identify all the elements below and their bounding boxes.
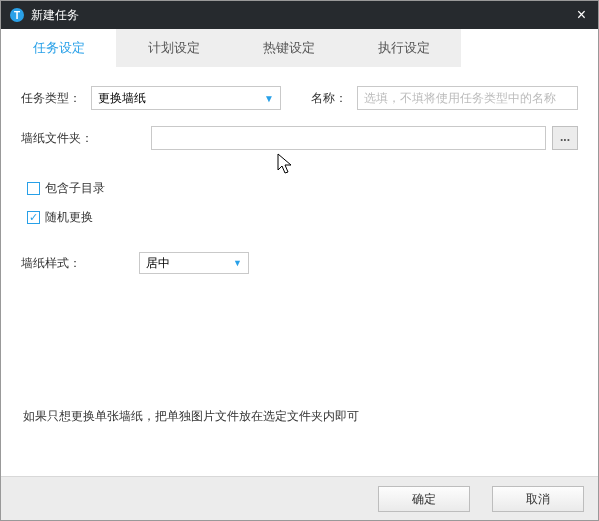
random-label: 随机更换	[45, 209, 93, 226]
row-task-type-name: 任务类型： 更换墙纸 ▼ 名称：	[21, 86, 578, 110]
style-value: 居中	[146, 255, 170, 272]
svg-text:T: T	[14, 10, 20, 21]
tab-execute-settings[interactable]: 执行设定	[346, 29, 461, 67]
style-label: 墙纸样式：	[21, 255, 139, 272]
folder-label: 墙纸文件夹：	[21, 130, 151, 147]
name-input[interactable]	[357, 86, 578, 110]
window-title: 新建任务	[31, 7, 573, 24]
tab-hotkey-settings[interactable]: 热键设定	[231, 29, 346, 67]
hint-text: 如果只想更换单张墙纸，把单独图片文件放在选定文件夹内即可	[23, 408, 359, 425]
tab-task-settings[interactable]: 任务设定	[1, 29, 116, 67]
caret-down-icon: ▼	[233, 258, 242, 268]
row-include-subdir: 包含子目录	[27, 180, 578, 197]
dialog-window: T 新建任务 × 任务设定 计划设定 热键设定 执行设定 任务类型： 更换墙纸 …	[0, 0, 599, 521]
folder-input[interactable]	[151, 126, 546, 150]
content-area: 任务类型： 更换墙纸 ▼ 名称： 墙纸文件夹： ... 包含子目录 随机更换 墙…	[1, 68, 598, 476]
browse-button[interactable]: ...	[552, 126, 578, 150]
row-random: 随机更换	[27, 209, 578, 226]
include-subdir-checkbox[interactable]	[27, 182, 40, 195]
random-checkbox[interactable]	[27, 211, 40, 224]
style-select[interactable]: 居中 ▼	[139, 252, 249, 274]
include-subdir-label: 包含子目录	[45, 180, 105, 197]
titlebar: T 新建任务 ×	[1, 1, 598, 29]
tab-plan-settings[interactable]: 计划设定	[116, 29, 231, 67]
app-logo-icon: T	[9, 7, 25, 23]
name-label: 名称：	[311, 90, 347, 107]
row-style: 墙纸样式： 居中 ▼	[21, 252, 578, 274]
row-folder: 墙纸文件夹： ...	[21, 126, 578, 150]
footer: 确定 取消	[1, 476, 598, 520]
task-type-label: 任务类型：	[21, 90, 91, 107]
cancel-button[interactable]: 取消	[492, 486, 584, 512]
tab-bar: 任务设定 计划设定 热键设定 执行设定	[1, 29, 598, 68]
close-icon[interactable]: ×	[573, 6, 590, 24]
ok-button[interactable]: 确定	[378, 486, 470, 512]
caret-down-icon: ▼	[264, 93, 274, 104]
task-type-value: 更换墙纸	[98, 90, 146, 107]
task-type-select[interactable]: 更换墙纸 ▼	[91, 86, 281, 110]
